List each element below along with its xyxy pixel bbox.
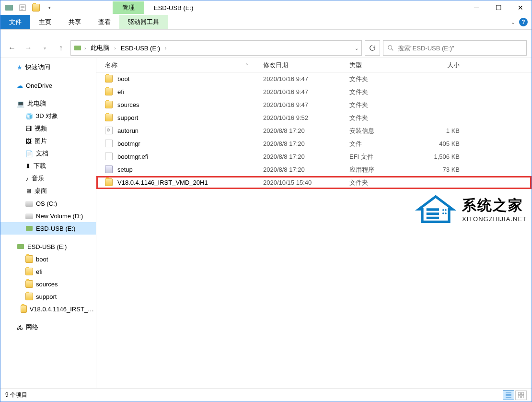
search-input[interactable]	[398, 45, 522, 52]
qat-properties-icon[interactable]	[17, 2, 28, 13]
file-name: sources	[117, 101, 263, 108]
file-row[interactable]: bootmgr2020/8/8 17:20文件405 KB	[96, 137, 532, 150]
file-icon	[105, 153, 114, 161]
address-bar[interactable]: › 此电脑 › ESD-USB (E:) › ⌄	[70, 40, 362, 56]
tree-item[interactable]: boot	[0, 253, 96, 265]
tree-network[interactable]: 🖧网络	[0, 321, 96, 333]
details-view-button[interactable]	[503, 390, 514, 400]
qat-dropdown-icon[interactable]: ▾	[44, 2, 55, 13]
window-title: ESD-USB (E:)	[154, 4, 193, 12]
forward-button[interactable]: →	[22, 41, 35, 55]
tree-this-pc[interactable]: 💻此电脑	[0, 97, 96, 110]
tree-item[interactable]: 📄文档	[0, 147, 96, 160]
tab-share[interactable]: 共享	[60, 15, 90, 29]
up-button[interactable]: ↑	[54, 41, 68, 55]
qat-new-folder-icon[interactable]	[30, 2, 42, 13]
tree-usb-root[interactable]: ESD-USB (E:)	[0, 240, 96, 253]
tree-item[interactable]: ♪音乐	[0, 172, 96, 185]
svg-rect-9	[521, 396, 524, 398]
minimize-button[interactable]: ─	[465, 0, 487, 15]
tree-item[interactable]: sources	[0, 278, 96, 290]
tree-item[interactable]: 🖼图片	[0, 135, 96, 147]
file-row[interactable]: efi2020/10/16 9:47文件夹	[96, 85, 532, 98]
tab-view[interactable]: 查看	[90, 15, 119, 29]
address-dropdown-icon[interactable]: ⌄	[355, 46, 359, 51]
tree-item[interactable]: 🧊3D 对象	[0, 110, 96, 122]
close-button[interactable]: ✕	[509, 0, 532, 15]
file-name: boot	[117, 75, 263, 83]
chevron-right-icon[interactable]: ›	[113, 46, 116, 51]
file-size: 405 KB	[421, 140, 469, 147]
tab-drive-tools[interactable]: 驱动器工具	[119, 15, 168, 29]
file-row[interactable]: boot2020/10/16 9:47文件夹	[96, 72, 532, 85]
file-rows: boot2020/10/16 9:47文件夹efi2020/10/16 9:47…	[96, 72, 532, 388]
refresh-button[interactable]	[365, 40, 380, 56]
file-type: 文件夹	[349, 75, 421, 83]
tree-item[interactable]: ⬇下载	[0, 160, 96, 172]
column-date[interactable]: 修改日期	[263, 61, 349, 70]
tree-item[interactable]: 🎞视频	[0, 122, 96, 135]
file-icon	[105, 140, 114, 148]
tree-item[interactable]: efi	[0, 265, 96, 278]
svg-rect-4	[26, 226, 33, 231]
recent-dropdown[interactable]: ▾	[38, 41, 51, 55]
tree-item[interactable]: ESD-USB (E:)	[0, 222, 96, 235]
file-date: 2020/8/8 17:20	[263, 166, 349, 173]
svg-rect-5	[17, 244, 24, 249]
tree-item[interactable]: OS (C:)	[0, 197, 96, 210]
file-name: bootmgr.efi	[117, 153, 263, 160]
tree-item[interactable]: 🖥桌面	[0, 185, 96, 197]
file-type: 文件	[349, 140, 421, 148]
file-icon	[105, 127, 114, 135]
column-type[interactable]: 类型	[349, 61, 421, 70]
back-button[interactable]: ←	[5, 41, 19, 55]
navigation-pane: ★快速访问 ☁OneDrive 💻此电脑 🧊3D 对象🎞视频🖼图片📄文档⬇下载♪…	[0, 58, 96, 388]
file-row[interactable]: autorun2020/8/8 17:20安装信息1 KB	[96, 124, 532, 137]
file-row[interactable]: V18.0.4.1146_IRST_VMD_20H12020/10/15 15:…	[96, 176, 532, 189]
file-date: 2020/10/15 15:40	[263, 179, 349, 186]
file-name: bootmgr	[117, 140, 263, 147]
file-row[interactable]: sources2020/10/16 9:47文件夹	[96, 98, 532, 111]
contextual-tab-label: 管理	[113, 1, 144, 14]
file-tab[interactable]: 文件	[0, 15, 30, 29]
maximize-button[interactable]: ☐	[487, 0, 509, 15]
svg-rect-7	[521, 392, 524, 395]
app-icon[interactable]	[3, 2, 15, 13]
tree-onedrive[interactable]: ☁OneDrive	[0, 79, 96, 92]
file-name: setup	[117, 166, 263, 173]
status-bar: 9 个项目	[0, 388, 532, 402]
tree-quick-access[interactable]: ★快速访问	[0, 61, 96, 73]
file-size: 73 KB	[421, 166, 469, 173]
file-row[interactable]: setup2020/8/8 17:20应用程序73 KB	[96, 163, 532, 176]
svg-point-3	[388, 46, 392, 49]
search-box[interactable]	[383, 40, 527, 56]
breadcrumb-drive[interactable]: ESD-USB (E:)	[119, 44, 162, 53]
chevron-right-icon[interactable]: ›	[83, 46, 87, 51]
file-type: 文件夹	[349, 88, 421, 96]
file-date: 2020/10/16 9:47	[263, 75, 349, 83]
file-icon	[105, 166, 114, 174]
ribbon-tabs: 文件 主页 共享 查看 驱动器工具 ⌄ ?	[0, 15, 532, 30]
file-row[interactable]: bootmgr.efi2020/8/8 17:20EFI 文件1,506 KB	[96, 150, 532, 163]
column-name[interactable]: 名称⌃	[105, 61, 263, 70]
file-type: EFI 文件	[349, 153, 421, 161]
tab-home[interactable]: 主页	[30, 15, 60, 29]
location-icon	[74, 44, 81, 52]
tree-item[interactable]: V18.0.4.1146_IRST_VMD_20H1	[0, 303, 96, 315]
file-name: V18.0.4.1146_IRST_VMD_20H1	[117, 179, 263, 186]
file-icon	[105, 114, 114, 122]
breadcrumb-this-pc[interactable]: 此电脑	[89, 43, 111, 53]
file-type: 应用程序	[349, 166, 421, 174]
window-controls: ─ ☐ ✕	[465, 0, 532, 15]
tree-item[interactable]: support	[0, 290, 96, 303]
column-size[interactable]: 大小	[421, 61, 469, 70]
file-size: 1 KB	[421, 127, 469, 134]
help-icon[interactable]: ?	[519, 18, 528, 26]
ribbon-collapse-icon[interactable]: ⌄	[511, 19, 515, 25]
thumbnails-view-button[interactable]	[515, 390, 527, 400]
file-row[interactable]: support2020/10/16 9:52文件夹	[96, 111, 532, 124]
file-date: 2020/10/16 9:47	[263, 101, 349, 108]
tree-item[interactable]: New Volume (D:)	[0, 210, 96, 222]
chevron-right-icon[interactable]: ›	[164, 46, 167, 51]
file-type: 文件夹	[349, 178, 421, 187]
